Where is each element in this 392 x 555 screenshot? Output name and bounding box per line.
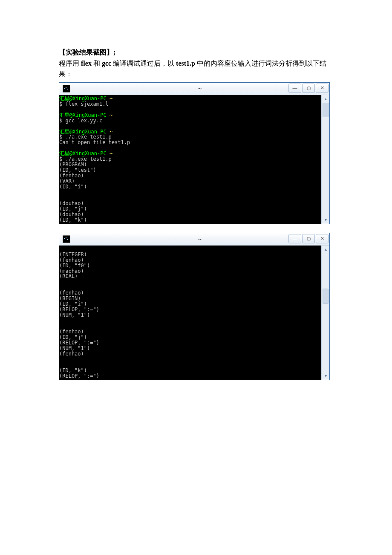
text: 和 xyxy=(92,60,102,67)
terminal-window-2: ~ (INTEGER) (fenhao) (ID, "f0") (maohao)… xyxy=(59,233,330,380)
intro-paragraph-line2: 果： xyxy=(59,69,337,80)
minimize-button[interactable] xyxy=(288,234,301,243)
titlebar: ~ xyxy=(59,233,329,246)
scroll-up-icon[interactable]: ▴ xyxy=(322,246,329,253)
scrollbar-vertical[interactable]: ▴ ▾ xyxy=(321,246,329,380)
intro-paragraph-line1: 程序用 flex 和 gcc 编译调试通过后，以 test1.p 中的内容座位输… xyxy=(59,58,337,69)
titlebar: ~ xyxy=(59,83,329,95)
maximize-button[interactable] xyxy=(302,234,315,243)
scroll-up-icon[interactable]: ▴ xyxy=(322,95,329,103)
scroll-down-icon[interactable]: ▾ xyxy=(322,372,329,380)
close-button[interactable] xyxy=(316,84,329,93)
scroll-thumb[interactable] xyxy=(323,103,329,117)
scrollbar-vertical[interactable]: ▴ ▾ xyxy=(321,95,329,224)
terminal-output-1[interactable]: 汇星@XingXuan-PC ~ $ flex sjexam1.l 汇星@Xin… xyxy=(59,95,321,224)
close-button[interactable] xyxy=(316,234,329,243)
scroll-thumb[interactable] xyxy=(323,289,329,304)
terminal-icon xyxy=(63,85,70,92)
terminal-body-wrap: (INTEGER) (fenhao) (ID, "f0") (maohao) (… xyxy=(59,246,329,380)
scroll-track[interactable] xyxy=(322,103,329,216)
window-buttons xyxy=(288,234,329,243)
terminal-icon xyxy=(63,235,70,243)
minimize-button[interactable] xyxy=(288,84,301,93)
section-heading: 【实验结果截图】; xyxy=(59,47,337,58)
kw-test1: test1.p xyxy=(176,60,195,67)
text: 中的内容座位输入进行词法分析得到以下结 xyxy=(195,60,326,67)
terminal-body-wrap: 汇星@XingXuan-PC ~ $ flex sjexam1.l 汇星@Xin… xyxy=(59,95,329,224)
terminal-window-1: ~ 汇星@XingXuan-PC ~ $ flex sjexam1.l 汇星@X… xyxy=(59,82,330,224)
kw-flex: flex xyxy=(81,60,92,67)
scroll-track[interactable] xyxy=(322,253,329,372)
terminal-output-2[interactable]: (INTEGER) (fenhao) (ID, "f0") (maohao) (… xyxy=(59,246,321,380)
document-page: 【实验结果截图】; 程序用 flex 和 gcc 编译调试通过后，以 test1… xyxy=(0,0,392,555)
text: 程序用 xyxy=(59,60,81,67)
scroll-down-icon[interactable]: ▾ xyxy=(322,216,329,224)
text: 编译调试通过后，以 xyxy=(111,60,176,67)
kw-gcc: gcc xyxy=(102,60,111,67)
maximize-button[interactable] xyxy=(302,84,315,93)
window-buttons xyxy=(288,84,329,93)
